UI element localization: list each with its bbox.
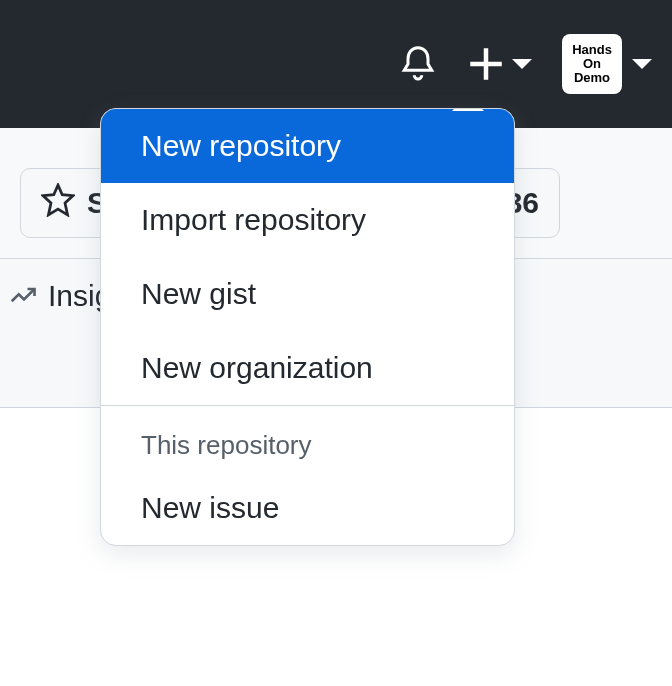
avatar: Hands On Demo — [562, 34, 622, 94]
create-new-dropdown[interactable] — [468, 46, 532, 82]
create-new-menu: New repository Import repository New gis… — [100, 108, 515, 546]
menu-item-new-repository[interactable]: New repository — [101, 109, 514, 183]
menu-item-new-gist[interactable]: New gist — [101, 257, 514, 331]
caret-down-icon — [512, 59, 532, 69]
menu-section-header: This repository — [101, 406, 514, 471]
menu-item-new-issue[interactable]: New issue — [101, 471, 514, 545]
menu-item-new-organization[interactable]: New organization — [101, 331, 514, 405]
notifications-icon[interactable] — [398, 44, 438, 84]
menu-item-import-repository[interactable]: Import repository — [101, 183, 514, 257]
caret-down-icon — [632, 59, 652, 69]
star-icon — [41, 183, 75, 224]
user-menu[interactable]: Hands On Demo — [562, 34, 652, 94]
